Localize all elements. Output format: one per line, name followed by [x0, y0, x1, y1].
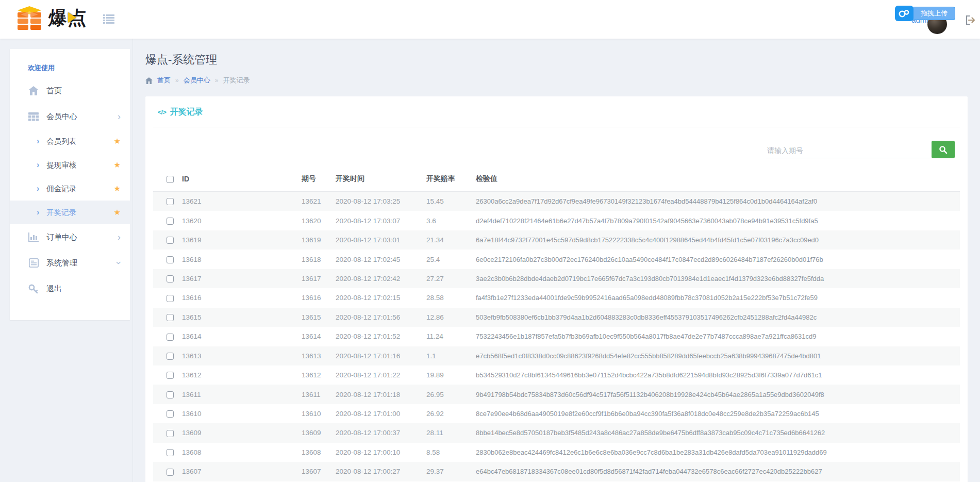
cell-draw-time: 2020-08-12 17:03:07 — [330, 211, 421, 230]
cell-draw-time: 2020-08-12 17:00:27 — [330, 462, 421, 481]
cell-draw-time: 2020-08-12 17:01:22 — [330, 365, 421, 385]
breadcrumb-link-home[interactable]: 首页 — [157, 76, 171, 85]
sidebar-item-label: 订单中心 — [46, 232, 77, 242]
cell-odds: 26.95 — [421, 385, 471, 404]
row-checkbox[interactable] — [167, 198, 174, 205]
sidebar-item-label: 会员列表 — [46, 137, 76, 146]
cell-check-value: 7532243456e1b187f857efa5b7fb3b69afb10ec9… — [471, 327, 960, 346]
chevron-right-icon: › — [37, 208, 39, 217]
cell-draw-time: 2020-08-12 17:02:45 — [330, 250, 421, 269]
row-checkbox[interactable] — [167, 237, 174, 244]
main-content: 爆点-系统管理 首页 » 会员中心 » 开奖记录 </> 开奖记录 — [133, 39, 980, 482]
chevron-right-icon: › — [118, 232, 121, 242]
sidebar-item-label: 首页 — [46, 86, 62, 96]
cell-check-value: 2830b062e8beac424469fc8412e6c1b6e6c8e6ba… — [471, 443, 960, 462]
search-icon — [939, 145, 948, 154]
search-button[interactable] — [932, 141, 955, 158]
cell-id: 13608 — [177, 443, 296, 462]
chevron-right-icon: › — [37, 137, 39, 146]
table-row: 13618136182020-08-12 17:02:4525.46e0ce21… — [153, 250, 960, 269]
drag-upload-button[interactable]: 拖拽上传 — [895, 6, 955, 21]
col-header-check-value: 检验值 — [471, 168, 960, 192]
table-row: 13614136142020-08-12 17:01:5211.24753224… — [153, 327, 960, 346]
star-icon[interactable]: ★ — [114, 208, 121, 217]
cell-check-value: 8ce7e90ee4b68d6aa4905019e8f2e60ccf9f1b6b… — [471, 404, 960, 423]
cell-draw-time: 2020-08-12 17:00:10 — [330, 443, 421, 462]
brand-play-icon — [68, 12, 76, 23]
row-checkbox[interactable] — [167, 410, 174, 418]
sidebar-item-member-center[interactable]: 会员中心 › — [10, 104, 130, 129]
sidebar-item-label: 提现审核 — [46, 160, 76, 170]
cell-check-value: 3ae2c3b0b6b28dbde4daeb2d0719bc17e665f67d… — [471, 269, 960, 288]
row-checkbox[interactable] — [167, 314, 174, 321]
table-row: 13612136122020-08-12 17:01:2219.89b53452… — [153, 365, 960, 385]
sidebar-subitem-member-list[interactable]: › 会员列表 ★ — [10, 129, 130, 153]
table-row: 13620136202020-08-12 17:03:073.6d2ef4def… — [153, 211, 960, 230]
row-checkbox[interactable] — [167, 449, 174, 456]
row-checkbox[interactable] — [167, 218, 174, 225]
cell-check-value: 6a7e18f44c9732f77001e45c597d59d8cb175222… — [471, 230, 960, 250]
cell-odds: 12.86 — [421, 308, 471, 327]
star-icon[interactable]: ★ — [114, 184, 121, 193]
row-checkbox[interactable] — [167, 353, 174, 360]
row-checkbox[interactable] — [167, 372, 174, 379]
cell-draw-time: 2020-08-12 17:00:37 — [330, 423, 421, 442]
sidebar-item-home[interactable]: 首页 — [10, 78, 130, 104]
document-icon — [28, 258, 39, 268]
logout-icon[interactable] — [966, 15, 976, 27]
sidebar-item-system-management[interactable]: 系统管理 › — [10, 250, 130, 276]
cell-odds: 25.4 — [421, 250, 471, 269]
table-row: 13607136072020-08-12 17:00:2729.37e64bc4… — [153, 462, 960, 481]
table-row: 13608136082020-08-12 17:00:108.582830b06… — [153, 443, 960, 462]
select-all-checkbox[interactable] — [167, 176, 174, 183]
cell-check-value: fa4f3fb1e27f1233eda44001fde9c59b9952416a… — [471, 288, 960, 307]
row-checkbox[interactable] — [167, 469, 174, 476]
menu-list-icon[interactable] — [103, 14, 114, 26]
col-header-id: ID — [177, 168, 296, 192]
cell-draw-time: 2020-08-12 17:01:16 — [330, 346, 421, 365]
breadcrumb-link-member-center[interactable]: 会员中心 — [184, 76, 210, 85]
draw-records-panel: </> 开奖记录 — [145, 96, 968, 482]
cell-check-value: 26300a6cc2a9dea7f17d92d67cf9ea49fe967301… — [471, 192, 960, 211]
cell-draw-time: 2020-08-12 17:01:18 — [330, 385, 421, 404]
cell-draw-time: 2020-08-12 17:03:01 — [330, 230, 421, 250]
row-checkbox[interactable] — [167, 256, 174, 263]
sidebar-subitem-withdraw-review[interactable]: › 提现审核 ★ — [10, 153, 130, 177]
cell-id: 13616 — [177, 288, 296, 307]
star-icon[interactable]: ★ — [114, 137, 121, 146]
brand-cube-icon — [15, 5, 43, 31]
sidebar-item-label: 开奖记录 — [46, 208, 76, 218]
cell-id: 13619 — [177, 230, 296, 250]
cell-check-value: 9b491798b54bdc75834b873d60c56df94c517fa5… — [471, 385, 960, 404]
sidebar-item-logout[interactable]: 退出 — [10, 276, 130, 302]
row-checkbox[interactable] — [167, 275, 174, 282]
page-title: 爆点-系统管理 — [145, 52, 968, 68]
sidebar-item-order-center[interactable]: 订单中心 › — [10, 224, 130, 250]
row-checkbox[interactable] — [167, 295, 174, 302]
cell-odds: 28.58 — [421, 288, 471, 307]
row-checkbox[interactable] — [167, 334, 174, 341]
cell-issue: 13615 — [296, 308, 330, 327]
chevron-down-icon: › — [114, 261, 124, 264]
col-header-odds: 开奖赔率 — [421, 168, 471, 192]
cell-issue: 13618 — [296, 250, 330, 269]
cell-odds: 3.6 — [421, 211, 471, 230]
cell-odds: 15.45 — [421, 192, 471, 211]
row-checkbox[interactable] — [167, 430, 174, 437]
table-row: 13615136152020-08-12 17:01:5612.86503efb… — [153, 308, 960, 327]
cell-odds: 8.58 — [421, 443, 471, 462]
col-header-issue: 期号 — [296, 168, 330, 192]
sidebar: 欢迎使用 首页 会员中心 — [0, 39, 133, 482]
brand-logo[interactable]: 爆点 — [15, 5, 88, 31]
sidebar-welcome-text: 欢迎使用 — [10, 49, 130, 78]
cell-check-value: 503efb9fb508380ef6cb1bb379d4aa1b2d604883… — [471, 308, 960, 327]
issue-search-input[interactable] — [766, 143, 931, 158]
cell-id: 13614 — [177, 327, 296, 346]
grid-table-icon — [28, 112, 39, 121]
row-checkbox[interactable] — [167, 391, 174, 398]
sidebar-subitem-commission-records[interactable]: › 佣金记录 ★ — [10, 177, 130, 201]
panel-divider — [153, 127, 960, 127]
sidebar-subitem-draw-records[interactable]: › 开奖记录 ★ — [10, 201, 130, 224]
cell-id: 13612 — [177, 365, 296, 385]
star-icon[interactable]: ★ — [114, 160, 121, 170]
